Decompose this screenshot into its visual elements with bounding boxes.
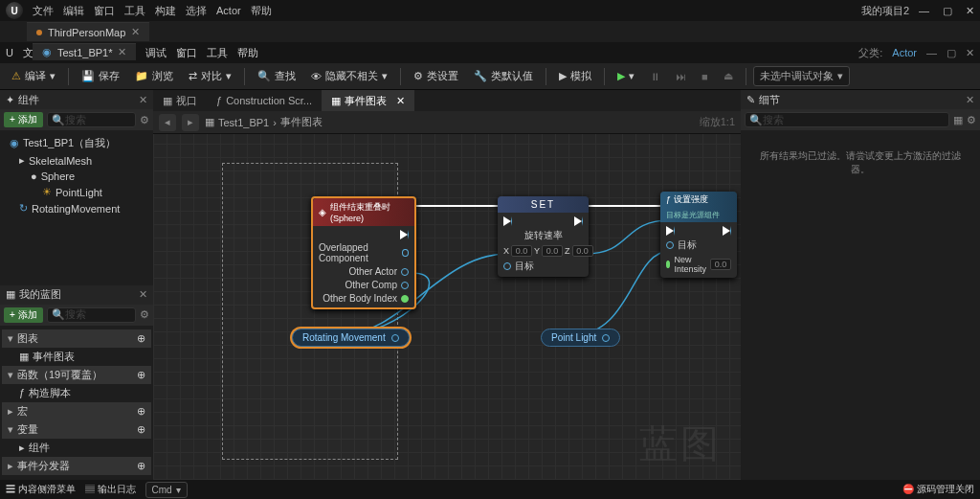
details-panel-header[interactable]: ✎ 细节 ✕ xyxy=(741,90,980,109)
bp-menu-tools[interactable]: 工具 xyxy=(207,46,228,60)
tree-pointlight[interactable]: ☀PointLight xyxy=(2,184,151,200)
pin-out[interactable] xyxy=(602,334,610,342)
node-event-overlap[interactable]: ◈组件结束重叠时 (Sphere) Overlapped Component O… xyxy=(311,196,416,309)
bp-menu-debug[interactable]: 调试 xyxy=(145,46,167,60)
tab-construction[interactable]: ƒConstruction Scr... xyxy=(207,90,322,111)
pin-othercomp[interactable] xyxy=(401,282,409,289)
gear-icon[interactable]: ⚙ xyxy=(967,114,976,126)
components-search-input[interactable]: 🔍搜索 xyxy=(47,112,136,127)
tree-constructscript[interactable]: ƒ构造脚本 xyxy=(2,384,151,402)
play-button[interactable]: ▶▾ xyxy=(612,67,640,85)
pin-overlapped[interactable] xyxy=(402,249,409,257)
simulate-button[interactable]: ▶模拟 xyxy=(553,66,597,86)
hide-unrelated-button[interactable]: 👁隐藏不相关▾ xyxy=(305,66,393,86)
tab-thirdpersonmap[interactable]: ThirdPersonMap ✕ xyxy=(27,22,149,41)
source-control-status[interactable]: ⛔ 源码管理关闭 xyxy=(902,483,974,496)
components-panel-header[interactable]: ✦ 组件 ✕ xyxy=(0,90,153,109)
node-set-rotationrate[interactable]: SET 旋转速率 X Y Z 目标 xyxy=(498,196,589,277)
exec-out-pin[interactable] xyxy=(574,216,583,226)
myblueprint-panel-header[interactable]: ▦ 我的蓝图 ✕ xyxy=(0,285,153,305)
compile-button[interactable]: ⚠编译▾ xyxy=(6,66,61,86)
pin-out[interactable] xyxy=(391,334,399,342)
cmd-input[interactable]: Cmd ▾ xyxy=(145,482,188,498)
menu-file[interactable]: 文件 xyxy=(33,4,54,18)
nav-back-button[interactable]: ◂ xyxy=(159,114,176,131)
content-drawer-button[interactable]: ☰ 内容侧滑菜单 xyxy=(6,483,76,496)
pin-target[interactable] xyxy=(666,241,674,249)
pin-otheractor[interactable] xyxy=(401,268,409,276)
grid-icon[interactable]: ▦ xyxy=(953,114,963,126)
tree-rotatingmovement[interactable]: ↻RotatingMovement xyxy=(2,200,151,216)
menu-actor[interactable]: Actor xyxy=(216,5,241,16)
menu-window[interactable]: 窗口 xyxy=(94,4,115,18)
myblueprint-search-input[interactable]: 🔍搜索 xyxy=(47,307,136,323)
section-functions[interactable]: ▾函数（19可覆盖）⊕ xyxy=(2,366,151,384)
menu-tools[interactable]: 工具 xyxy=(124,4,145,18)
pin-intensity[interactable] xyxy=(666,261,670,268)
intensity-input[interactable] xyxy=(710,259,731,270)
tab-test1bp1[interactable]: ◉ Test1_BP1* ✕ xyxy=(33,43,136,60)
menu-edit[interactable]: 编辑 xyxy=(63,4,84,18)
bp-menu-help[interactable]: 帮助 xyxy=(237,46,258,60)
minimize-icon[interactable]: — xyxy=(919,5,929,17)
close-icon[interactable]: ✕ xyxy=(966,94,974,106)
nav-fwd-button[interactable]: ▸ xyxy=(182,114,199,131)
menu-select[interactable]: 选择 xyxy=(186,4,207,18)
eject-button[interactable]: ⏏ xyxy=(718,67,739,85)
node-var-rotatingmovement[interactable]: Rotating Movement xyxy=(292,329,410,347)
tree-skeletalmesh[interactable]: ▸SkeletalMesh xyxy=(2,152,151,169)
class-defaults-button[interactable]: 🔧类默认值 xyxy=(468,66,539,86)
stop-button[interactable]: ■ xyxy=(696,68,714,85)
maximize-icon[interactable]: ▢ xyxy=(943,5,952,17)
add-component-button[interactable]: + 添加 xyxy=(4,112,43,127)
exec-in-pin[interactable] xyxy=(666,226,675,236)
menu-build[interactable]: 构建 xyxy=(155,4,176,18)
tab-close-icon[interactable]: ✕ xyxy=(118,46,126,58)
tree-eventgraph[interactable]: ▦事件图表 xyxy=(2,348,151,366)
pin-target[interactable] xyxy=(503,262,511,270)
exec-in-pin[interactable] xyxy=(503,216,512,226)
close-icon[interactable]: ✕ xyxy=(139,288,147,301)
debug-filter-dropdown[interactable]: 未选中调试对象▾ xyxy=(753,66,850,86)
close-icon[interactable]: ✕ xyxy=(396,95,405,107)
maximize-icon[interactable]: ▢ xyxy=(947,47,956,59)
tab-viewport[interactable]: ▦视口 xyxy=(153,90,207,111)
close-icon[interactable]: ✕ xyxy=(966,5,974,17)
diff-button[interactable]: ⇄对比▾ xyxy=(183,66,237,86)
section-variables[interactable]: ▾变量⊕ xyxy=(2,420,151,439)
section-graphs[interactable]: ▾图表⊕ xyxy=(2,329,151,348)
tree-var-components[interactable]: ▸组件 xyxy=(2,439,151,457)
class-settings-button[interactable]: ⚙类设置 xyxy=(408,66,464,86)
section-dispatchers[interactable]: ▸事件分发器⊕ xyxy=(2,457,151,475)
step-button[interactable]: ⏭ xyxy=(670,68,692,85)
find-button[interactable]: 🔍查找 xyxy=(252,66,301,86)
browse-button[interactable]: 📁浏览 xyxy=(129,66,179,86)
rate-x-input[interactable] xyxy=(511,245,532,257)
tree-sphere[interactable]: ●Sphere xyxy=(2,169,151,184)
node-set-intensity[interactable]: ƒ 设置强度 目标是光源组件 目标 New Intensity xyxy=(660,192,737,278)
gear-icon[interactable]: ⚙ xyxy=(140,308,149,321)
close-icon[interactable]: ✕ xyxy=(139,94,147,106)
section-macros[interactable]: ▸宏⊕ xyxy=(2,402,151,420)
rate-z-input[interactable] xyxy=(572,245,593,257)
pin-bodyindex[interactable] xyxy=(401,295,409,303)
details-search-input[interactable]: 🔍搜索 xyxy=(745,112,949,127)
tab-close-icon[interactable]: ✕ xyxy=(131,26,140,38)
close-icon[interactable]: ✕ xyxy=(966,47,974,59)
breadcrumb-root[interactable]: Test1_BP1 xyxy=(218,117,269,128)
minimize-icon[interactable]: — xyxy=(926,47,937,58)
gear-icon[interactable]: ⚙ xyxy=(140,114,149,126)
tree-root[interactable]: ◉Test1_BP1（自我） xyxy=(2,134,151,152)
parent-class-link[interactable]: Actor xyxy=(892,47,917,58)
add-new-button[interactable]: + 添加 xyxy=(4,307,43,323)
menu-help[interactable]: 帮助 xyxy=(251,4,272,18)
exec-out-pin[interactable] xyxy=(400,230,409,239)
graph-canvas[interactable]: ◈组件结束重叠时 (Sphere) Overlapped Component O… xyxy=(153,134,741,480)
bp-menu-window[interactable]: 窗口 xyxy=(176,46,197,60)
rate-y-input[interactable] xyxy=(542,245,563,257)
exec-out-pin[interactable] xyxy=(723,226,731,236)
node-var-pointlight[interactable]: Point Light xyxy=(541,329,620,347)
output-log-button[interactable]: ▤ 输出日志 xyxy=(85,483,136,496)
breadcrumb-graph[interactable]: 事件图表 xyxy=(280,115,323,129)
pause-button[interactable]: ⏸ xyxy=(644,68,666,85)
